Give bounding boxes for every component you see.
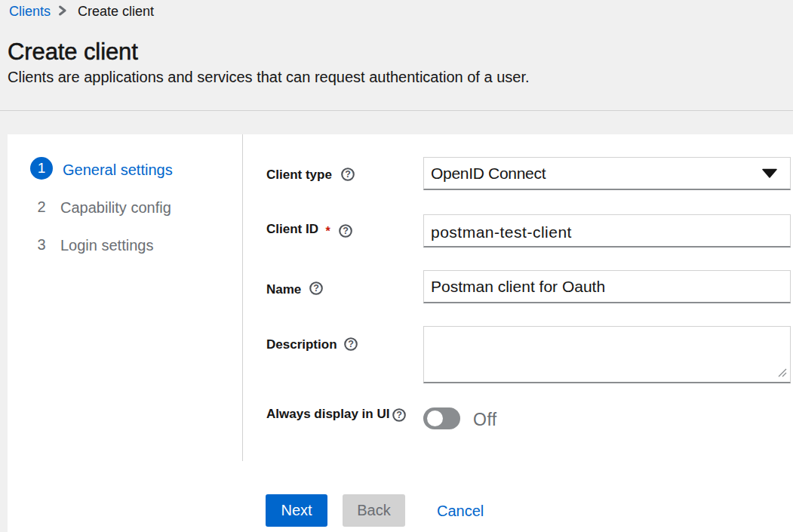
svg-text:?: ? [348,339,354,349]
svg-text:?: ? [343,226,349,236]
svg-text:?: ? [396,410,402,420]
svg-text:?: ? [313,283,319,294]
svg-text:?: ? [345,169,351,180]
